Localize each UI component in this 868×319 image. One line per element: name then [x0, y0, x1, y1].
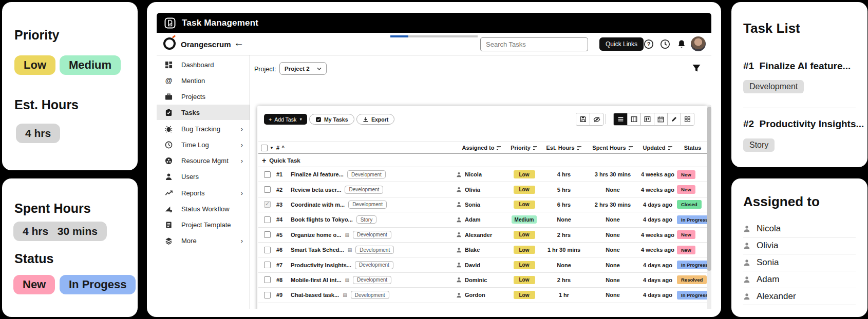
status-badge: Closed [677, 200, 702, 209]
sidebar-item-projects[interactable]: Projects [157, 89, 250, 104]
trend-chart-icon [164, 189, 173, 197]
task-tag-badge: Development [348, 201, 387, 209]
assigned-names-list: Nicola Olivia Sonia Adam [743, 221, 856, 305]
spent-hours-value: 3 hrs 30 mins [587, 171, 638, 177]
sidebar-item-status-workflow[interactable]: Status Workflow [157, 201, 250, 216]
filter-funnel-icon[interactable] [692, 64, 701, 73]
task-name: Review beta user... [291, 187, 341, 193]
priority-badge: Low [514, 291, 535, 299]
task-id: #2 [743, 118, 754, 129]
status-title: Status [14, 251, 53, 266]
row-checkbox[interactable] [264, 292, 271, 298]
export-button[interactable]: Export [356, 114, 394, 125]
subtask-icon: ▤ [348, 247, 352, 252]
quick-links-button[interactable]: Quick Links [599, 37, 644, 51]
row-checkbox[interactable] [264, 247, 271, 253]
grid-view-icon[interactable] [681, 113, 694, 125]
hide-columns-eye-off-icon[interactable] [590, 113, 603, 125]
save-layout-icon[interactable] [576, 113, 590, 125]
row-checkbox[interactable] [264, 171, 271, 178]
user-avatar[interactable] [691, 36, 706, 51]
spent-hours-value: None [587, 292, 638, 298]
est-hours-value: 6 hrs [541, 202, 587, 208]
row-checkbox[interactable] [264, 276, 271, 283]
app-header: Orangescrum ← Quick Links ? [157, 33, 711, 55]
column-header-status[interactable]: Status [677, 145, 707, 151]
task-id: #6 [276, 247, 291, 253]
sidebar-item-resource-mgmt[interactable]: Resource Mgmt › [157, 153, 250, 168]
column-header-spent[interactable]: Spent Hours [587, 145, 638, 151]
list-view-icon[interactable] [614, 113, 627, 125]
spent-hours-value: None [587, 232, 638, 238]
vertical-scrollbar[interactable] [707, 105, 711, 309]
assignee-name: Adam [757, 274, 779, 285]
sidebar-collapse-arrow-icon[interactable]: ← [234, 37, 244, 49]
status-new-badge: New [13, 275, 55, 294]
brand-name: Orangescrum [181, 40, 231, 49]
user-icon [164, 173, 173, 181]
notifications-bell-icon[interactable] [676, 39, 687, 49]
subtask-icon: ▤ [343, 292, 347, 297]
status-badge: Resolved [677, 275, 707, 284]
calendar-view-icon[interactable] [654, 113, 667, 125]
sidebar-item-users[interactable]: Users [157, 169, 250, 184]
history-clock-icon[interactable] [660, 39, 670, 49]
edit-view-icon[interactable] [667, 113, 681, 125]
table-row[interactable]: #3 Coordinate with m... ▤ Development So… [258, 197, 707, 212]
table-row[interactable]: #4 Book flights to Tokyo... ▤ Story Adam [258, 212, 707, 227]
sidebar-item-dashboard[interactable]: Dashboard [157, 57, 250, 72]
row-checkbox[interactable] [264, 201, 271, 208]
plus-icon: + [262, 156, 266, 165]
person-icon [456, 232, 462, 237]
row-checkbox[interactable] [264, 186, 271, 193]
table-row[interactable]: #6 Smart Task Sched... ▤ Development Bla… [258, 243, 707, 257]
sidebar-item-tasks[interactable]: Tasks [157, 105, 250, 120]
priority-badge: Low [514, 231, 535, 239]
project-select[interactable]: Project 2 [279, 62, 327, 75]
my-tasks-button[interactable]: My Tasks [309, 114, 354, 125]
spent-hours-value: None [587, 247, 638, 253]
column-header-assigned[interactable]: Assigned to [456, 145, 507, 151]
column-header-updated[interactable]: Updated [638, 145, 677, 151]
vertical-scrollbar-thumb[interactable] [707, 107, 711, 271]
column-header-id[interactable]: #^ [276, 145, 291, 151]
help-icon[interactable]: ? [644, 39, 654, 49]
column-header-est[interactable]: Est. Hours [541, 145, 587, 151]
task-name: Book flights to Tokyo... [291, 216, 353, 223]
column-header-priority[interactable]: Priority [507, 145, 541, 151]
sidebar-item-project-template[interactable]: Project Template [157, 217, 250, 232]
kanban-view-icon[interactable] [640, 113, 654, 125]
person-icon [456, 172, 462, 177]
assignee-list-item: Nicola [743, 221, 856, 237]
row-checkbox[interactable] [264, 262, 271, 268]
sidebar-item-mention[interactable]: @ Mention [157, 73, 250, 88]
plus-icon: + [269, 116, 272, 123]
spent-status-annotation-card: Spent Hours 4 hrs 30 mins Status New In … [2, 178, 138, 317]
task-list-annotation-card: Task List #1 Finalize AI feature... Deve… [731, 2, 867, 167]
sidebar-nav: Dashboard @ Mention Projects Tasks Bug T… [157, 55, 250, 309]
priority-badge: Low [514, 261, 535, 269]
search-input[interactable] [480, 37, 588, 51]
quick-task-row[interactable]: + Quick Task [258, 154, 707, 167]
assignee-name: Olivia [757, 241, 779, 251]
table-row[interactable]: #9 Chat-based task... ▤ Development Gord… [258, 288, 707, 303]
row-checkbox[interactable] [264, 216, 271, 223]
sidebar-item-bug-tracking[interactable]: Bug Tracking › [157, 121, 250, 136]
select-all-checkbox[interactable]: ▼ [258, 145, 276, 151]
table-row[interactable]: #7 Productivity Insights... ▤ Developmen… [258, 257, 707, 272]
priority-badge: Low [514, 170, 535, 178]
sidebar-item-reports[interactable]: Reports › [157, 185, 250, 201]
table-view-icon[interactable] [627, 113, 640, 125]
add-task-button[interactable]: + Add Task ▼ [264, 114, 307, 125]
sidebar-item-time-log[interactable]: Time Log › [157, 137, 250, 152]
table-row[interactable]: #2 Review beta user... ▤ Development Oli… [258, 182, 707, 197]
row-checkbox[interactable] [264, 231, 271, 238]
est-hours-value: 2 hrs [541, 277, 587, 283]
table-row[interactable]: #1 Finalize AI feature... ▤ Development … [258, 167, 707, 182]
resource-icon [164, 157, 173, 165]
tasks-clipboard-icon [164, 109, 173, 116]
table-row[interactable]: #8 Mobile-first AI int... ▤ Development … [258, 273, 707, 288]
table-row[interactable]: #5 Organize home o... ▤ Development Alex… [258, 228, 707, 243]
sidebar-item-more[interactable]: More › [157, 233, 250, 248]
chevron-right-icon: › [241, 157, 243, 165]
